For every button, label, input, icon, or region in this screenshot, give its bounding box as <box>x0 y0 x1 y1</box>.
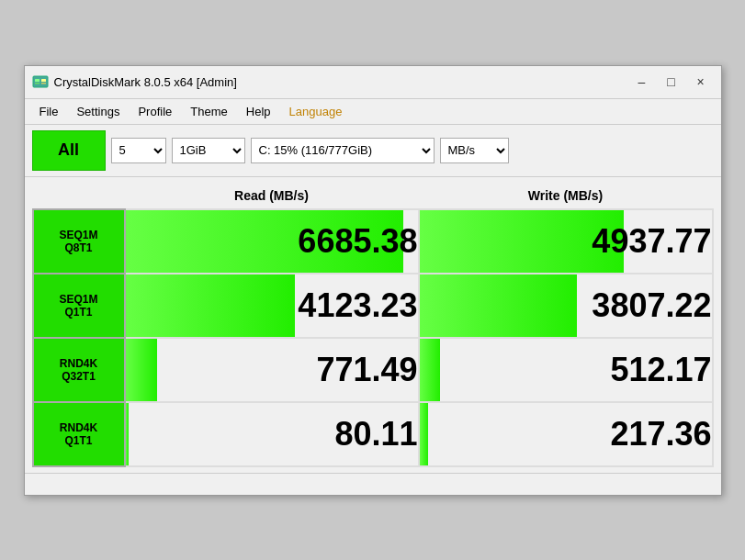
title-left: CrystalDiskMark 8.0.5 x64 [Admin] <box>32 73 237 90</box>
menu-theme[interactable]: Theme <box>181 101 236 122</box>
size-select[interactable]: 1GiB512MiB256MiB64MiB32MiB16MiB1MiB <box>172 138 245 163</box>
svg-rect-2 <box>35 83 40 84</box>
write-value: 217.36 <box>419 402 713 466</box>
menu-file[interactable]: File <box>30 101 68 122</box>
write-value: 512.17 <box>419 338 713 402</box>
all-button[interactable]: All <box>32 130 106 171</box>
read-value: 771.49 <box>125 338 419 402</box>
col-write: Write (MB/s) <box>419 183 713 209</box>
minimize-button[interactable]: – <box>629 72 655 92</box>
title-bar: CrystalDiskMark 8.0.5 x64 [Admin] – □ × <box>25 66 721 99</box>
toolbar: All 1359 1GiB512MiB256MiB64MiB32MiB16MiB… <box>25 125 721 177</box>
svg-rect-1 <box>35 79 40 82</box>
read-value: 6685.38 <box>125 209 419 274</box>
row-label: SEQ1MQ8T1 <box>33 209 125 274</box>
read-value: 80.11 <box>125 402 419 466</box>
row-label: RND4KQ32T1 <box>33 338 125 402</box>
write-value: 4937.77 <box>419 209 713 274</box>
results-area: Read (MB/s) Write (MB/s) SEQ1MQ8T16685.3… <box>25 177 721 473</box>
window-title: CrystalDiskMark 8.0.5 x64 [Admin] <box>54 75 237 89</box>
menu-settings[interactable]: Settings <box>67 101 129 122</box>
row-label: RND4KQ1T1 <box>33 402 125 466</box>
window-controls: – □ × <box>629 72 714 92</box>
drive-select[interactable]: C: 15% (116/777GiB) <box>251 138 435 163</box>
table-row: SEQ1MQ1T14123.233807.22 <box>33 274 713 338</box>
results-table: Read (MB/s) Write (MB/s) SEQ1MQ8T16685.3… <box>32 183 714 467</box>
svg-rect-0 <box>33 76 48 87</box>
status-bar <box>25 473 721 495</box>
table-row: RND4KQ1T180.11217.36 <box>33 402 713 466</box>
menu-language[interactable]: Language <box>280 101 352 122</box>
table-row: SEQ1MQ8T16685.384937.77 <box>33 209 713 274</box>
menu-bar: File Settings Profile Theme Help Languag… <box>25 99 721 125</box>
svg-rect-4 <box>41 83 46 84</box>
unit-select[interactable]: MB/sGB/sIOPSμs <box>440 138 509 163</box>
app-icon <box>32 73 49 90</box>
read-value: 4123.23 <box>125 274 419 338</box>
svg-rect-3 <box>41 79 46 82</box>
write-value: 3807.22 <box>419 274 713 338</box>
close-button[interactable]: × <box>688 72 714 92</box>
menu-help[interactable]: Help <box>237 101 280 122</box>
menu-profile[interactable]: Profile <box>129 101 181 122</box>
col-read: Read (MB/s) <box>125 183 419 209</box>
count-select[interactable]: 1359 <box>111 138 166 163</box>
col-label <box>33 183 125 209</box>
table-row: RND4KQ32T1771.49512.17 <box>33 338 713 402</box>
maximize-button[interactable]: □ <box>659 72 684 92</box>
row-label: SEQ1MQ1T1 <box>33 274 125 338</box>
main-window: CrystalDiskMark 8.0.5 x64 [Admin] – □ × … <box>24 65 722 496</box>
